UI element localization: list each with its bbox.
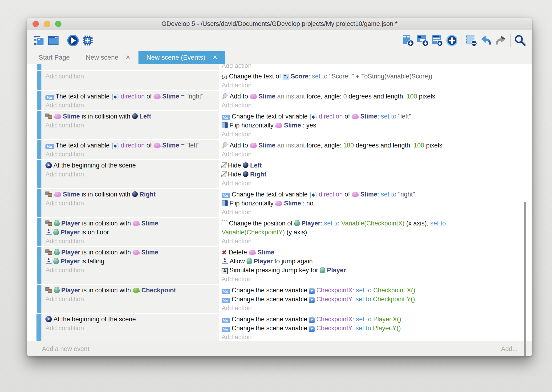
delete-event-icon[interactable]: [464, 33, 479, 48]
actions-cell[interactable]: Add to Slime an instant force, angle: 0 …: [219, 91, 526, 110]
add-event-icon[interactable]: [401, 33, 415, 48]
event-selection-bar[interactable]: [37, 71, 41, 90]
event-row[interactable]: Player is in collision with SlimePlayer …: [37, 218, 526, 246]
conditions-cell[interactable]: VarThe text of variable {◆}direction of …: [42, 140, 219, 159]
event-selection-bar[interactable]: [37, 218, 41, 246]
titlebar[interactable]: GDevelop 5 - /Users/david/Documents/GDev…: [27, 18, 532, 30]
add-condition-button[interactable]: Add condition: [45, 237, 218, 246]
redo-icon[interactable]: [493, 33, 508, 48]
event-row[interactable]: Add conditiontxtChange the text of TxSco…: [37, 71, 526, 90]
action-line[interactable]: Flip horizontally Slime : yes: [222, 121, 524, 130]
action-line[interactable]: VarChange the scene variable zCheckpoint…: [222, 315, 524, 324]
condition-line[interactable]: Player is in collision with Slime: [45, 219, 218, 228]
condition-line[interactable]: Slime is in collision with Right: [45, 190, 218, 199]
conditions-cell[interactable]: VarThe text of variable {◆}direction of …: [42, 91, 219, 110]
event-selection-bar[interactable]: [37, 140, 41, 159]
conditions-cell[interactable]: Slime is in collision with LeftAdd condi…: [42, 111, 219, 139]
action-line[interactable]: VarChange the scene variable zCheckpoint…: [222, 295, 524, 304]
debug-icon[interactable]: [80, 33, 95, 48]
scene-editor-icon[interactable]: [46, 33, 61, 48]
event-row[interactable]: At the beginning of the sceneAdd conditi…: [37, 160, 526, 188]
actions-cell[interactable]: txtChange the text of TxScore: set to "S…: [219, 71, 526, 90]
condition-line[interactable]: VarThe text of variable {◆}direction of …: [45, 141, 218, 150]
event-selection-bar[interactable]: [37, 285, 41, 313]
project-manager-icon[interactable]: [32, 33, 46, 48]
add-action-button[interactable]: Add action: [222, 130, 524, 139]
actions-cell[interactable]: ✖Delete SlimeAllow Player to jump againA…: [219, 247, 526, 284]
add-action-button[interactable]: Add action: [222, 179, 524, 188]
add-condition-button[interactable]: Add condition: [45, 72, 218, 81]
conditions-cell[interactable]: Player is in collision with CheckpointAd…: [42, 285, 219, 313]
add-button[interactable]: Add...: [501, 345, 518, 353]
event-row[interactable]: At the beginning of the sceneAdd conditi…: [37, 314, 526, 341]
add-condition-button[interactable]: Add condition: [45, 324, 218, 333]
conditions-cell[interactable]: Player is in collision with SlimePlayer …: [42, 218, 219, 246]
event-selection-bar[interactable]: [37, 64, 41, 70]
condition-line[interactable]: Slime is in collision with Left: [45, 112, 218, 121]
event-selection-bar[interactable]: [37, 247, 41, 284]
action-line[interactable]: Flip horizontally Slime : no: [222, 199, 524, 208]
add-action-button[interactable]: Add action: [222, 64, 524, 70]
event-selection-bar[interactable]: [37, 314, 41, 341]
condition-line[interactable]: At the beginning of the scene: [45, 161, 218, 170]
add-action-button[interactable]: Add action: [222, 333, 524, 341]
add-subevent-icon[interactable]: [415, 33, 430, 48]
condition-line[interactable]: Player is in collision with Checkpoint: [45, 286, 218, 295]
event-selection-bar[interactable]: [37, 189, 41, 217]
minimize-button[interactable]: [44, 21, 50, 27]
actions-cell[interactable]: VarChange the text of variable {◆}direct…: [219, 189, 526, 217]
add-condition-button[interactable]: Add condition: [45, 295, 218, 304]
event-row[interactable]: VarThe text of variable {◆}direction of …: [37, 140, 526, 159]
action-line[interactable]: VarChange the scene variable zCheckpoint…: [222, 286, 524, 295]
conditions-cell[interactable]: [42, 64, 219, 70]
add-condition-button[interactable]: Add condition: [45, 121, 218, 130]
event-row[interactable]: Player is in collision with SlimePlayer …: [37, 247, 526, 284]
add-condition-button[interactable]: Add condition: [45, 199, 218, 208]
event-row[interactable]: VarThe text of variable {◆}direction of …: [37, 91, 526, 110]
event-selection-bar[interactable]: [37, 91, 41, 110]
action-line[interactable]: Allow Player to jump again: [222, 257, 524, 266]
actions-cell[interactable]: Change the position of Player: set to Va…: [219, 218, 526, 246]
condition-line[interactable]: At the beginning of the scene: [45, 315, 218, 324]
action-line[interactable]: ✖Delete Slime: [222, 248, 524, 257]
add-action-button[interactable]: Add action: [222, 101, 524, 110]
close-button[interactable]: [33, 21, 39, 27]
add-circle-icon[interactable]: [445, 33, 459, 48]
tab-start-page[interactable]: Start Page: [31, 51, 78, 64]
conditions-cell[interactable]: At the beginning of the sceneAdd conditi…: [42, 314, 219, 341]
add-action-button[interactable]: Add action: [222, 275, 524, 284]
tab-close-icon[interactable]: ✕: [212, 54, 217, 61]
action-line[interactable]: VarChange the text of variable {◆}direct…: [222, 190, 524, 199]
add-condition-button[interactable]: Add condition: [45, 266, 218, 275]
conditions-cell[interactable]: Slime is in collision with RightAdd cond…: [42, 189, 219, 217]
add-action-button[interactable]: Add action: [222, 208, 524, 217]
action-line[interactable]: VarChange the text of variable {◆}direct…: [222, 112, 524, 121]
tab-new-scene[interactable]: New scene✕: [78, 51, 138, 64]
action-line[interactable]: Add to Slime an instant force, angle: 0 …: [222, 92, 524, 101]
undo-icon[interactable]: [479, 33, 493, 48]
condition-line[interactable]: Player is in collision with Slime: [45, 248, 218, 257]
add-comment-icon[interactable]: [430, 33, 445, 48]
condition-line[interactable]: Player is falling: [45, 257, 218, 266]
action-line[interactable]: Hide Right: [222, 170, 524, 179]
action-line[interactable]: ASimulate pressing Jump key for Player: [222, 266, 524, 275]
actions-cell[interactable]: VarChange the text of variable {◆}direct…: [219, 111, 526, 139]
add-condition-button[interactable]: Add condition: [45, 150, 218, 159]
action-line[interactable]: txtChange the text of TxScore: set to "S…: [222, 72, 524, 81]
conditions-cell[interactable]: At the beginning of the sceneAdd conditi…: [42, 160, 219, 188]
action-line[interactable]: Add to Slime an instant force, angle: 18…: [222, 141, 524, 150]
event-selection-bar[interactable]: [37, 111, 41, 139]
add-action-button[interactable]: Add action: [222, 237, 524, 246]
zoom-button[interactable]: [55, 21, 62, 27]
actions-cell[interactable]: VarChange the scene variable zCheckpoint…: [219, 314, 526, 341]
action-line[interactable]: VarChange the scene variable zCheckpoint…: [222, 324, 524, 333]
play-icon[interactable]: [66, 33, 80, 48]
conditions-cell[interactable]: Player is in collision with SlimePlayer …: [42, 247, 219, 284]
add-action-button[interactable]: Add action: [222, 304, 524, 313]
event-selection-bar[interactable]: [37, 160, 41, 188]
actions-cell[interactable]: Hide LeftHide RightAdd action: [219, 160, 526, 188]
event-row[interactable]: Slime is in collision with LeftAdd condi…: [37, 111, 526, 139]
actions-cell[interactable]: Add action: [219, 64, 526, 70]
tab-close-icon[interactable]: ✕: [125, 54, 131, 61]
search-icon[interactable]: [513, 33, 527, 48]
